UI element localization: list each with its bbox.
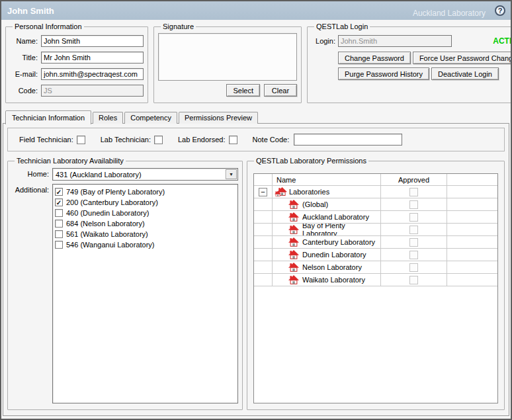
lab-checkbox[interactable] [55, 241, 63, 249]
approved-checkbox[interactable] [409, 188, 418, 196]
list-item[interactable]: 546 (Wanganui Laboratory) [55, 239, 237, 250]
name-field[interactable] [41, 35, 144, 47]
field-technician-label: Field Technician: [19, 136, 73, 144]
login-label: Login: [312, 37, 335, 45]
table-row[interactable]: Waikato Laboratory [254, 274, 497, 286]
approved-checkbox[interactable] [409, 226, 418, 234]
page-title: John Smith [7, 6, 54, 16]
table-row[interactable]: Nelson Laboratory [254, 261, 497, 274]
tab-bar: Technician Information Roles Competency … [5, 108, 259, 124]
table-row[interactable]: Dunedin Laboratory [254, 249, 497, 261]
qestlab-login-group: QESTLab Login Login: ACTIVE Change Passw… [307, 22, 512, 103]
lab-technician-checkbox[interactable] [154, 136, 163, 144]
permission-node-label: Nelson Laboratory [302, 263, 362, 271]
laboratory-permissions-legend: QESTLab Laboratory Permissions [254, 157, 368, 165]
approved-checkbox[interactable] [409, 263, 418, 272]
lab-endorsed-checkbox[interactable] [229, 136, 237, 144]
signature-clear-button[interactable]: Clear [264, 84, 297, 97]
tab-roles[interactable]: Roles [93, 112, 123, 124]
approved-column-header: Approved [381, 174, 447, 185]
lab-checkbox[interactable] [55, 220, 63, 228]
lab-option-label: 546 (Wanganui Laboratory) [66, 241, 155, 249]
approved-checkbox[interactable] [409, 213, 418, 222]
name-column-header: Name [273, 174, 381, 185]
laboratory-icon [288, 237, 299, 247]
laboratory-icon [288, 225, 299, 234]
main-area: Personal Information Name: Title: E-mail… [1, 20, 511, 419]
current-laboratory-label: Auckland Laboratory [413, 9, 486, 18]
lab-technician-label: Lab Technician: [101, 136, 151, 144]
lab-option-label: 200 (Canterbury Laboratory) [66, 198, 158, 206]
lab-option-label: 684 (Nelson Laboratory) [66, 220, 145, 228]
lab-option-label: 561 (Waikato Laboratory) [66, 230, 148, 238]
laboratory-icon [288, 212, 299, 222]
approved-checkbox[interactable] [409, 251, 418, 259]
note-code-input[interactable] [294, 134, 402, 146]
tab-competency[interactable]: Competency [124, 112, 177, 124]
list-item[interactable]: 684 (Nelson Laboratory) [55, 218, 237, 229]
permission-node-label: Canterbury Laboratory [302, 238, 375, 246]
list-item[interactable]: 460 (Dunedin Laboratory) [55, 208, 237, 218]
lab-checkbox[interactable] [55, 209, 63, 217]
laboratory-icon [288, 275, 299, 284]
code-label: Code: [10, 87, 38, 95]
lab-option-label: 749 (Bay of Plenty Laboratory) [66, 188, 165, 196]
permission-node-label: (Global) [302, 200, 328, 208]
permission-node-label: Bay of Plenty Laboratory [302, 224, 380, 235]
approved-checkbox[interactable] [409, 276, 418, 284]
additional-label: Additional: [12, 186, 49, 403]
laboratory-icon [288, 200, 299, 209]
login-status-badge: ACTIVE [493, 36, 512, 46]
code-field [41, 85, 144, 97]
deactivate-login-button[interactable]: Deactivate Login [431, 67, 499, 80]
extra-column-header [447, 174, 497, 185]
approved-checkbox[interactable] [409, 238, 418, 247]
table-row[interactable]: Bay of Plenty Laboratory [254, 224, 497, 236]
permission-node-label: Dunedin Laboratory [302, 251, 366, 259]
personal-information-group: Personal Information Name: Title: E-mail… [5, 22, 148, 103]
additional-laboratories-listbox[interactable]: ✓ 749 (Bay of Plenty Laboratory) ✓ 200 (… [52, 184, 238, 403]
note-code-label: Note Code: [253, 136, 290, 144]
laboratory-availability-group: Technician Laboratory Availability Home:… [7, 157, 243, 410]
purge-password-history-button[interactable]: Purge Password History [338, 67, 429, 80]
signature-group: Signature Select Clear [153, 22, 302, 103]
approved-checkbox[interactable] [409, 200, 418, 209]
expander-column-header [254, 174, 273, 185]
collapse-icon[interactable]: − [259, 188, 267, 196]
field-technician-checkbox[interactable] [77, 136, 85, 144]
table-row[interactable]: − Laboratories [254, 186, 497, 198]
signature-select-button[interactable]: Select [226, 84, 260, 97]
home-laboratory-dropdown[interactable]: 431 (Auckland Laboratory) ▼ [52, 168, 238, 181]
table-row[interactable]: Canterbury Laboratory [254, 236, 497, 249]
table-row[interactable]: (Global) [254, 198, 497, 211]
list-item[interactable]: ✓ 200 (Canterbury Laboratory) [55, 197, 237, 208]
permission-node-label: Laboratories [289, 188, 329, 196]
lab-option-label: 460 (Dunedin Laboratory) [66, 209, 149, 217]
signature-legend: Signature [161, 22, 196, 30]
home-laboratory-value: 431 (Auckland Laboratory) [56, 171, 142, 179]
user-profile-window: John Smith Auckland Laboratory ? Persona… [0, 0, 512, 420]
force-password-change-button[interactable]: Force User Password Change [413, 52, 512, 64]
list-item[interactable]: ✓ 749 (Bay of Plenty Laboratory) [55, 187, 237, 197]
permissions-table: Name Approved − Laboratories [253, 173, 498, 403]
email-field[interactable] [41, 68, 144, 80]
table-row[interactable]: Auckland Laboratory [254, 211, 497, 224]
list-item[interactable]: 561 (Waikato Laboratory) [55, 229, 237, 239]
lab-checkbox[interactable] [55, 230, 63, 238]
home-label: Home: [12, 170, 49, 181]
laboratory-icon [288, 250, 299, 259]
chevron-down-icon[interactable]: ▼ [226, 169, 237, 179]
laboratory-icon [288, 263, 299, 272]
tab-technician-information[interactable]: Technician Information [5, 110, 91, 124]
technician-information-panel: Field Technician: Lab Technician: Lab En… [3, 123, 509, 416]
lab-checkbox[interactable]: ✓ [55, 198, 63, 206]
laboratories-group-icon [275, 187, 287, 197]
tab-permissions-preview[interactable]: Permissions Preview [179, 112, 258, 124]
help-icon[interactable]: ? [495, 5, 505, 16]
lab-checkbox[interactable]: ✓ [55, 188, 63, 196]
lab-endorsed-label: Lab Endorsed: [178, 136, 226, 144]
signature-preview [158, 33, 297, 81]
title-field[interactable] [41, 52, 144, 63]
laboratory-availability-legend: Technician Laboratory Availability [15, 157, 126, 165]
change-password-button[interactable]: Change Password [338, 52, 411, 64]
